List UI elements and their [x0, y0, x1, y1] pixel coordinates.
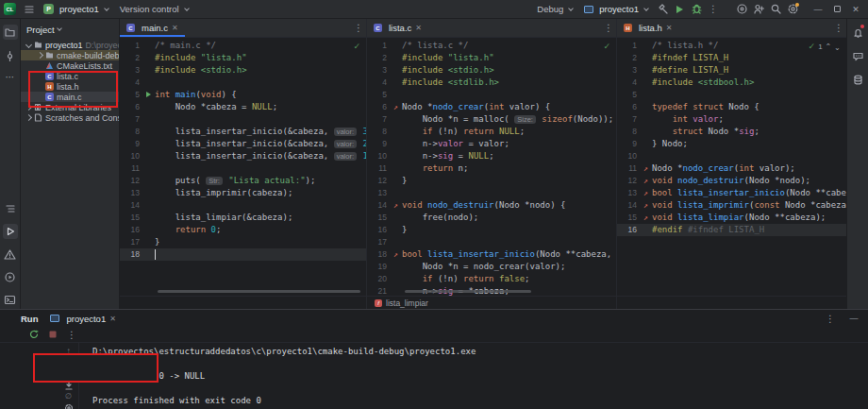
- code-line[interactable]: 2#include "lista.h": [120, 52, 366, 64]
- run-console-tab[interactable]: proyecto1 ✕: [45, 313, 120, 325]
- code-line[interactable]: 9 n->valor = valor;: [367, 138, 616, 150]
- close-icon[interactable]: ✕: [109, 315, 116, 323]
- code-line[interactable]: 4: [120, 77, 366, 89]
- code-line[interactable]: 10 n->sig = NULL;: [367, 150, 616, 162]
- code-line[interactable]: 19 Nodo *n = nodo_crear(valor);: [367, 261, 616, 273]
- code-line[interactable]: 1/* main.c */: [120, 40, 366, 52]
- tab-main.c[interactable]: Cmain.c✕: [120, 19, 185, 37]
- code-line[interactable]: 7: [120, 113, 366, 126]
- console-more-icon[interactable]: ⋮: [64, 330, 79, 340]
- close-icon[interactable]: ✕: [666, 24, 673, 32]
- horizontal-scrollbar[interactable]: [405, 290, 531, 293]
- code-line[interactable]: 20 if (!n) return false;: [367, 273, 616, 285]
- problems-toolwindow-icon[interactable]: [3, 247, 18, 262]
- tree-item-scratches-and-consoles[interactable]: Scratches and Consoles: [21, 112, 119, 123]
- main-menu-icon[interactable]: [22, 2, 37, 17]
- close-icon[interactable]: ✕: [172, 24, 178, 32]
- declaration-gutter-icon[interactable]: ↗: [643, 164, 648, 173]
- tree-item-main-c[interactable]: Cmain.c: [21, 92, 119, 102]
- more-toolwindows-icon[interactable]: ⋯: [3, 72, 18, 82]
- code-line[interactable]: 14↗void nodo_destruir(Nodo *nodo) {: [367, 199, 616, 212]
- code-line[interactable]: 9 lista_insertar_inicio(&cabeza, valor: …: [120, 138, 366, 150]
- declaration-gutter-icon[interactable]: ↗: [643, 213, 648, 222]
- version-control-widget[interactable]: Version control: [115, 3, 193, 15]
- code-line[interactable]: 16 return 0;: [120, 224, 366, 236]
- clear-icon[interactable]: ∅: [65, 392, 72, 401]
- code-line[interactable]: 7 Nodo *n = malloc( Size: sizeof(Nodo));: [367, 113, 616, 126]
- declaration-gutter-icon[interactable]: ↗: [393, 103, 398, 111]
- project-widget[interactable]: P proyecto1: [39, 3, 113, 15]
- rerun-button[interactable]: [26, 327, 42, 342]
- code-line[interactable]: 12 puts( Str: "Lista actual:");: [120, 175, 366, 187]
- code-line[interactable]: 5: [367, 89, 616, 101]
- tab-options-icon[interactable]: ⋮: [351, 23, 366, 33]
- console-settings-icon[interactable]: [64, 403, 74, 409]
- code-editor[interactable]: ✓ 1/* lista.c */2#include "lista.h"3#inc…: [367, 38, 616, 296]
- scroll-up-icon[interactable]: ↑: [67, 347, 71, 356]
- console-output[interactable]: D:\proyectos\estructuraddedatos\c\proyec…: [79, 343, 868, 409]
- tree-item-proyecto1[interactable]: proyecto1D:\proyectos\es: [21, 40, 119, 50]
- code-line[interactable]: 6 Nodo *cabeza = NULL;: [120, 101, 366, 113]
- code-line[interactable]: 10: [617, 150, 846, 162]
- code-line[interactable]: 3#include <stdio.h>: [367, 64, 616, 77]
- code-line[interactable]: 3#include <stdio.h>: [120, 64, 366, 77]
- code-line[interactable]: 11↗Nodo *nodo_crear(int valor);: [617, 162, 846, 175]
- code-with-me-icon[interactable]: [751, 2, 766, 17]
- code-line[interactable]: 13: [367, 187, 616, 199]
- code-line[interactable]: 5int main(void) {: [120, 89, 366, 101]
- breadcrumb[interactable]: lista_limpiar: [386, 298, 428, 308]
- code-line[interactable]: 1/* lista.c */: [367, 40, 616, 52]
- code-line[interactable]: 15 free(nodo);: [367, 212, 616, 224]
- code-line[interactable]: 7 int valor;: [617, 113, 846, 126]
- code-line[interactable]: 15 lista_limpiar(&cabeza);: [120, 212, 366, 224]
- debug-button[interactable]: [689, 2, 704, 17]
- code-line[interactable]: 5: [617, 89, 846, 101]
- tab-lista.c[interactable]: Clista.c✕: [367, 19, 428, 37]
- run-mode-select[interactable]: Debug: [532, 3, 577, 15]
- run-toolwindow-icon[interactable]: [3, 224, 18, 239]
- structure-toolwindow-icon[interactable]: [3, 201, 18, 216]
- tab-options-icon[interactable]: ⋮: [831, 23, 846, 33]
- code-line[interactable]: 6typedef struct Nodo {: [617, 101, 846, 113]
- tab-lista.h[interactable]: Hlista.h✕: [617, 19, 679, 37]
- run-button[interactable]: [672, 2, 687, 17]
- tree-chevron-icon[interactable]: [25, 42, 32, 48]
- project-toolwindow-icon[interactable]: [3, 25, 18, 40]
- tree-chevron-icon[interactable]: [25, 104, 32, 111]
- inspection-widget[interactable]: ✓: [603, 42, 610, 51]
- soft-wrap-icon[interactable]: [64, 369, 74, 379]
- scroll-down-icon[interactable]: ↓: [67, 358, 71, 367]
- code-line[interactable]: 2#include "lista.h": [367, 52, 616, 64]
- console-options-icon[interactable]: ⋮: [823, 314, 838, 324]
- close-button[interactable]: ✕: [847, 2, 864, 17]
- code-line[interactable]: 4#include <stdlib.h>: [367, 77, 616, 89]
- code-line[interactable]: 13 lista_imprimir(cabeza);: [120, 187, 366, 199]
- code-line[interactable]: 18: [120, 248, 366, 261]
- code-editor[interactable]: ✓1⌃⌃ 1/* lista.h */2#ifndef LISTA_H3#def…: [617, 38, 846, 296]
- declaration-gutter-icon[interactable]: ↗: [393, 250, 398, 259]
- tree-item-lista-c[interactable]: Clista.c: [21, 71, 119, 81]
- more-actions-icon[interactable]: ⋮: [706, 4, 721, 14]
- terminal-toolwindow-icon[interactable]: [3, 292, 18, 307]
- code-editor[interactable]: ✓ 1/* main.c */2#include "lista.h"3#incl…: [120, 38, 366, 296]
- code-line[interactable]: 3#define LISTA_H: [617, 64, 846, 77]
- code-line[interactable]: 17}: [120, 236, 366, 248]
- code-line[interactable]: 14↗void lista_imprimir(const Nodo *cabez…: [617, 199, 846, 212]
- stop-button[interactable]: [45, 327, 60, 342]
- tree-chevron-icon[interactable]: [37, 52, 43, 59]
- prev-problem-icon[interactable]: ⌃: [826, 43, 832, 51]
- tree-chevron-icon[interactable]: [25, 114, 32, 121]
- database-icon[interactable]: [850, 72, 865, 87]
- code-line[interactable]: 11: [120, 162, 366, 175]
- tree-item-cmakelists-txt[interactable]: CMakeLists.txt: [21, 60, 119, 71]
- tree-item-external-libraries[interactable]: External Libraries: [21, 102, 119, 112]
- ai-assistant-icon[interactable]: [850, 48, 865, 63]
- close-icon[interactable]: ✕: [415, 24, 422, 32]
- code-line[interactable]: 18↗bool lista_insertar_inicio(Nodo **cab…: [367, 248, 616, 261]
- hide-console-button[interactable]: —: [845, 311, 862, 326]
- settings-icon[interactable]: [785, 2, 800, 17]
- tree-item-cmake-build-debug[interactable]: cmake-build-debug: [21, 50, 119, 60]
- code-line[interactable]: 13↗bool lista_insertar_inicio(Nodo **cab…: [617, 187, 846, 199]
- declaration-gutter-icon[interactable]: ↗: [643, 201, 648, 210]
- notifications-icon[interactable]: [850, 25, 865, 40]
